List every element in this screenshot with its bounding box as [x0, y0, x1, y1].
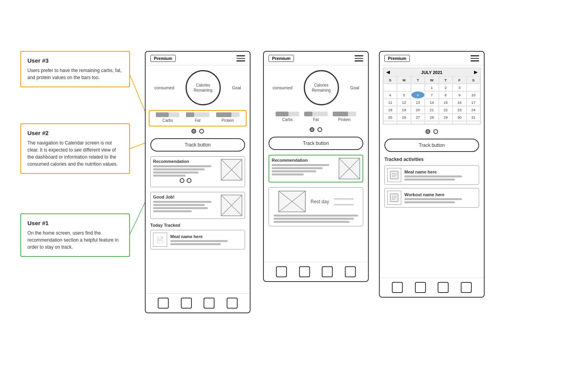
phone3-meal-name: Meal name here — [404, 170, 476, 174]
phone3-nav-icon3[interactable] — [438, 282, 449, 293]
phone3-cal-month-label: JULY 2021 — [421, 70, 442, 75]
cal-26[interactable]: 26 — [397, 114, 411, 121]
phone3-cal-next-arrow[interactable]: ▶ — [474, 70, 477, 75]
cal-day-t2: T — [439, 76, 453, 84]
phone2-recommendation-card: Recommendation — [269, 155, 363, 182]
cal-2[interactable]: 2 — [439, 84, 453, 91]
phone1-dot2 — [199, 129, 204, 134]
phone2-rest-image — [278, 191, 306, 212]
phone1-nav-icon4[interactable] — [227, 298, 238, 309]
phone2-nav-icon2[interactable] — [299, 266, 310, 277]
phone1-track-button[interactable]: Track button — [150, 138, 245, 152]
cal-15[interactable]: 15 — [439, 99, 453, 106]
cal-23[interactable]: 23 — [453, 106, 466, 114]
phone2-bottom-nav — [264, 262, 368, 281]
phone1-macro-protein: Protein — [216, 112, 240, 123]
cal-day-m: M — [397, 76, 411, 84]
cal-day-f: F — [453, 76, 466, 84]
phone3-nav-icon4[interactable] — [461, 282, 472, 293]
cal-20[interactable]: 20 — [411, 106, 425, 114]
cal-1[interactable]: 1 — [425, 84, 438, 91]
phone2-macro-protein: Protein — [333, 112, 356, 122]
cal-today[interactable]: 6 — [411, 91, 425, 99]
phone2-nav-icon4[interactable] — [345, 266, 356, 277]
phone1-tracked-item: 📄 Meal name here — [150, 230, 245, 249]
phone3-workout-name: Workout name here — [404, 192, 476, 197]
phone1-nav-icon2[interactable] — [181, 298, 192, 309]
cal-5[interactable]: 5 — [397, 91, 411, 99]
phone3-track-button[interactable]: Track button — [384, 139, 479, 152]
phone3-dot1 — [426, 129, 430, 134]
cal-17[interactable]: 17 — [467, 99, 480, 106]
phone1-goodjob-image — [221, 195, 242, 216]
phone2-premium-badge: Premium — [269, 55, 294, 62]
phone1-calorie-area: consumed CaloriesRemaining Goal — [146, 65, 250, 110]
cal-18[interactable]: 18 — [383, 106, 397, 114]
phone1-bottom-nav — [146, 293, 250, 313]
phone1-header: Premium — [146, 52, 250, 65]
cal-8[interactable]: 8 — [439, 91, 453, 99]
phone3-dot2 — [433, 129, 438, 134]
phone2-header: Premium — [264, 52, 368, 65]
cal-21[interactable]: 21 — [425, 106, 438, 114]
phone2-calorie-circle: CaloriesRemaining — [304, 70, 339, 105]
phone2-nav-icon3[interactable] — [322, 266, 333, 277]
phone1-tracked-icon: 📄 — [153, 233, 167, 247]
phone2-macro-fat: Fat — [304, 112, 328, 122]
phone3-hamburger-icon[interactable] — [471, 55, 479, 61]
cal-9[interactable]: 9 — [453, 91, 466, 99]
phone2-macro-protein-label: Protein — [338, 117, 351, 122]
cal-7[interactable]: 7 — [425, 91, 438, 99]
phone1-hamburger-icon[interactable] — [236, 55, 245, 61]
phone1-macro-fat-label: Fat — [195, 118, 200, 123]
phone1-macro-fat: Fat — [186, 112, 209, 123]
cal-28[interactable]: 28 — [425, 114, 438, 121]
phone1-recommendation-card: Recommendation — [150, 156, 245, 187]
phone2-consumed-label: consumed — [272, 85, 292, 90]
cal-11[interactable]: 11 — [383, 99, 397, 106]
phone2-dots — [264, 125, 368, 134]
cal-day-s1: S — [383, 76, 397, 84]
cal-4[interactable]: 4 — [383, 91, 397, 99]
cal-19[interactable]: 19 — [397, 106, 411, 114]
phone1-rec-dot1 — [180, 178, 184, 183]
cal-29[interactable]: 29 — [439, 114, 453, 121]
phone3-meal-icon — [387, 168, 401, 182]
cal-30[interactable]: 30 — [453, 114, 466, 121]
phone3-cal-prev-arrow[interactable]: ◀ — [386, 70, 389, 75]
phone3-header: Premium — [380, 52, 484, 65]
phone1-rec-image — [221, 159, 242, 181]
cal-27[interactable]: 27 — [411, 114, 425, 121]
phone2-macro-carbs: Carbs — [276, 112, 299, 122]
phone2-nav-icon1[interactable] — [276, 266, 287, 277]
phone2-circle-text: CaloriesRemaining — [312, 83, 331, 93]
phone1-frame: Premium consumed CaloriesRemaining Goal … — [145, 51, 251, 313]
cal-24[interactable]: 24 — [467, 106, 480, 114]
cal-10[interactable]: 10 — [467, 91, 480, 99]
phone3-nav-icon2[interactable] — [415, 282, 426, 293]
cal-25[interactable]: 25 — [383, 114, 397, 121]
cal-14[interactable]: 14 — [425, 99, 438, 106]
phone3-dots — [380, 127, 484, 136]
phone2-dot2 — [317, 127, 322, 132]
phone1-goodjob-title: Good Job! — [153, 195, 218, 199]
cal-12[interactable]: 12 — [397, 99, 411, 106]
phone1-nav-icon3[interactable] — [204, 298, 215, 309]
cal-31[interactable]: 31 — [467, 114, 480, 121]
phone1-goodjob-card: Good Job! — [150, 192, 245, 219]
phone1-consumed-label: consumed — [154, 85, 174, 90]
phone1-recommendation-title: Recommendation — [153, 159, 218, 164]
phone3-nav-icon1[interactable] — [392, 282, 403, 293]
phone2-track-button[interactable]: Track button — [269, 137, 363, 150]
cal-16[interactable]: 16 — [453, 99, 466, 106]
cal-13[interactable]: 13 — [411, 99, 425, 106]
phone1-dot1 — [191, 129, 196, 134]
phone3-meal-item: Meal name here — [384, 165, 479, 185]
phone1-nav-icon1[interactable] — [158, 298, 169, 309]
phone2-hamburger-icon[interactable] — [355, 55, 363, 61]
cal-22[interactable]: 22 — [439, 106, 453, 114]
phone1-macro-bars: Carbs Fat Protein — [149, 110, 247, 126]
phone1-macro-carbs: Carbs — [156, 112, 179, 123]
phone2-macro-carbs-label: Carbs — [282, 117, 293, 122]
cal-3[interactable]: 3 — [453, 84, 466, 91]
